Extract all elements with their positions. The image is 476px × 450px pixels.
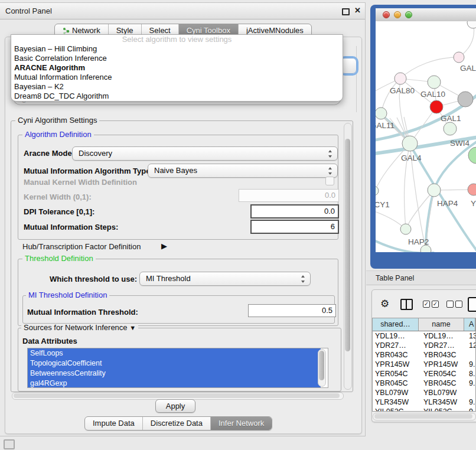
algorithm-option[interactable]: Bayesian – Hill Climbing [11,44,343,54]
table-cell[interactable]: YDL19… [419,331,464,341]
expand-arrow-icon[interactable]: ▼ [129,324,136,331]
algorithm-option[interactable]: Dream8 DC_TDC Algorithm [11,92,343,101]
table-cell[interactable]: YBR043C [373,350,419,360]
network-node[interactable] [467,21,476,28]
network-node[interactable] [402,136,418,151]
mac-zoom-button[interactable] [405,11,412,18]
algorithm-option[interactable]: Basic Correlation Inference [11,54,343,63]
table-cell[interactable]: YDL19… [373,331,419,341]
table-cell[interactable]: YER054C [419,369,464,379]
settings-vertical-scrollbar-thumb[interactable] [345,139,350,351]
network-node[interactable] [376,186,379,195]
table-cell[interactable]: YIL052C [373,407,419,412]
table-horizontal-scrollbar[interactable] [373,413,476,420]
checked-checkbox-icon[interactable]: ✓ [423,301,430,308]
data-attributes-list[interactable]: SelfLoopsTopologicalCoefficientBetweenne… [27,348,328,388]
column-header-name[interactable]: name [419,318,464,331]
columns-icon[interactable] [400,299,413,310]
network-canvas[interactable]: GALGAL80GAL10GAL1GAL11GAL4SWI4GCY1HAP4YH… [376,21,476,252]
kernel-width-field[interactable]: 0.0 [239,189,339,202]
settings-horizontal-scrollbar-thumb[interactable] [14,393,340,398]
network-node[interactable] [428,184,441,197]
table-row[interactable]: YIL052CYIL052C9 [373,407,475,412]
algorithm-option[interactable]: Bayesian – K2 [11,82,343,92]
close-icon[interactable]: ✕ [354,6,361,15]
data-attribute-item[interactable]: SelfLoops [28,348,321,358]
float-window-icon[interactable] [342,8,350,15]
column-header-partial[interactable]: A [464,318,475,331]
network-node[interactable] [458,92,473,107]
mi-algorithm-type-combo[interactable]: Naive Bayes [148,164,338,178]
node-table[interactable]: shared… name A YDL19…YDL19…13YDR27…YDR27… [372,318,476,412]
table-cell[interactable]: YLR345W [419,397,464,407]
gear-icon[interactable]: ⚙ [380,299,389,309]
table-cell[interactable]: 9 [464,407,475,412]
network-node[interactable] [454,52,464,63]
table-cell[interactable]: YBL079W [373,388,419,397]
table-cell[interactable]: 12 [464,341,475,350]
mi-threshold-field[interactable]: 0.5 [248,304,336,317]
manual-kernel-width-checkbox[interactable] [325,177,334,185]
network-node[interactable] [430,100,443,113]
table-cell[interactable]: YPR145W [373,360,419,369]
minimized-panel-icon[interactable] [4,439,15,449]
column-header-shared-name[interactable]: shared… [373,318,419,331]
table-cell[interactable] [464,350,475,360]
table-row[interactable]: YBR043CYBR043C [373,350,475,360]
network-node[interactable] [400,224,411,234]
aracne-mode-combo[interactable]: Discovery [72,146,338,161]
which-threshold-combo[interactable]: MI Threshold [139,272,311,286]
table-cell[interactable]: YBR043C [419,350,464,360]
new-column-icon[interactable] [468,297,476,312]
table-cell[interactable]: YLR345W [373,397,419,407]
network-window-titlebar[interactable] [376,8,476,22]
table-cell[interactable]: 9. [464,360,475,369]
tab-impute-data[interactable]: Impute Data [85,417,143,430]
table-row[interactable]: YER054CYER054C8. [373,369,475,379]
table-row[interactable]: YBR045CYBR045C9. [373,379,475,388]
algorithm-option[interactable]: ARACNE Algorithm [11,63,343,73]
network-node[interactable] [376,107,387,119]
collapse-arrow-icon[interactable]: ▶ [161,242,167,250]
table-cell[interactable]: 9. [464,379,475,388]
unchecked-checkbox-icon[interactable] [455,301,462,308]
data-attribute-item[interactable]: gal4RGexp [28,379,321,388]
mac-close-button[interactable] [383,11,390,18]
network-node[interactable] [395,73,406,84]
data-attribute-item[interactable]: TopologicalCoefficient [28,358,321,369]
table-cell[interactable]: YER054C [373,369,419,379]
settings-vertical-scrollbar[interactable] [344,123,352,390]
inference-algorithm-combo-button[interactable] [341,58,357,74]
table-cell[interactable]: YDR27… [373,341,419,350]
table-row[interactable]: YBL079WYBL079W [373,388,475,397]
table-row[interactable]: YDL19…YDL19…13 [373,331,475,341]
table-cell[interactable]: 13 [464,331,475,341]
hub-definition-label[interactable]: Hub/Transcription Factor Definition [22,242,141,251]
list-vertical-scrollbar-thumb[interactable] [319,351,324,380]
table-cell[interactable]: YDR27… [419,341,464,350]
algorithm-option[interactable]: Mutual Information Inference [11,73,343,82]
unchecked-checkbox-icon[interactable] [446,301,454,308]
data-attribute-item[interactable]: BetweennessCentrality [28,369,321,379]
table-cell[interactable]: 9. [464,397,475,407]
apply-button[interactable]: Apply [155,399,195,413]
dpi-tolerance-field[interactable]: 0.0 [250,204,339,219]
network-node[interactable] [444,122,457,135]
table-row[interactable]: YLR345WYLR345W9. [373,397,475,407]
network-node[interactable] [428,76,441,89]
table-cell[interactable]: 8. [464,369,475,379]
mac-minimize-button[interactable] [394,11,401,18]
table-cell[interactable]: YBL079W [419,388,464,397]
tab-infer-network[interactable]: Infer Network [211,417,272,430]
checked-checkbox-icon[interactable]: ✓ [432,301,439,308]
table-horizontal-scrollbar-thumb[interactable] [374,414,472,419]
table-cell[interactable]: YBR045C [373,379,419,388]
table-cell[interactable]: YPR145W [419,360,464,369]
network-node[interactable] [468,147,476,164]
table-row[interactable]: YPR145WYPR145W9. [373,360,475,369]
table-cell[interactable]: YBR045C [419,379,464,388]
network-node[interactable] [468,184,476,195]
table-row[interactable]: YDR27…YDR27…12 [373,341,475,350]
tab-discretize-data[interactable]: Discretize Data [143,417,211,430]
list-vertical-scrollbar[interactable] [318,349,326,387]
